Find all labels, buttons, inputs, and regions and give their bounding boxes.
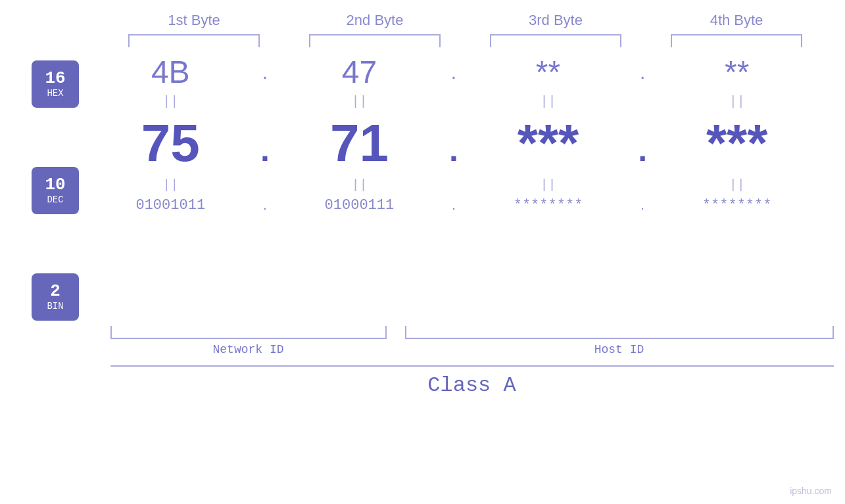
top-bracket-row	[104, 34, 827, 47]
byte-headers: 1st Byte 2nd Byte 3rd Byte 4th Byte	[104, 0, 827, 29]
dec-b3-cell: ***	[476, 113, 621, 173]
bracket-b3	[490, 34, 621, 47]
hex-dot1: .	[255, 61, 275, 83]
dec-b1-value: 75	[141, 114, 200, 172]
bottom-bracket-network	[110, 326, 387, 339]
class-label: Class A	[427, 373, 516, 398]
bin-b2-value: 01000111	[325, 197, 395, 214]
dec-b2-value: 71	[330, 114, 389, 172]
bracket-b1	[128, 34, 260, 47]
bin-dot2: .	[444, 196, 464, 214]
left-badges: 16 HEX 10 DEC 2 BIN	[32, 60, 79, 321]
hex-b2-value: 47	[342, 55, 377, 89]
dec-dot2: .	[444, 131, 464, 169]
id-labels-row: Network ID Host ID	[110, 343, 834, 356]
hex-b1-value: 4B	[151, 55, 190, 89]
dec-b1-cell: 75	[98, 113, 243, 173]
bin-badge-label: BIN	[47, 301, 63, 311]
hex-badge: 16 HEX	[32, 60, 79, 108]
values-grid: 4B . 47 . ** . ** || ||	[92, 54, 845, 214]
dec-b2-cell: 71	[287, 113, 431, 173]
network-id-label: Network ID	[110, 343, 387, 356]
eq2-b3: ||	[476, 177, 621, 193]
hex-b4-value: **	[725, 55, 749, 89]
hex-b2-cell: 47	[287, 54, 431, 90]
bin-b1-cell: 01001011	[98, 197, 243, 214]
main-container: 1st Byte 2nd Byte 3rd Byte 4th Byte 16 H…	[0, 0, 845, 504]
hex-row: 4B . 47 . ** . **	[92, 54, 815, 90]
eq1-b3: ||	[476, 94, 621, 109]
bin-b4-cell: ********	[665, 197, 809, 214]
bottom-bracket-container	[110, 326, 834, 339]
bracket-b4	[671, 34, 802, 47]
bin-badge: 2 BIN	[32, 273, 79, 321]
eq1-b1: ||	[98, 94, 243, 109]
dec-row: 75 . 71 . *** . ***	[92, 113, 815, 173]
dec-dot1: .	[255, 131, 275, 169]
hex-dot3: .	[633, 61, 652, 83]
hex-b3-value: **	[536, 55, 560, 89]
eq1-b2: ||	[287, 94, 431, 109]
eq1-b4: ||	[665, 94, 809, 109]
hex-dot2: .	[444, 61, 464, 83]
hex-badge-label: HEX	[47, 88, 63, 99]
eq2-b4: ||	[665, 177, 809, 193]
dec-b4-cell: ***	[665, 113, 809, 173]
class-label-container: Class A	[110, 373, 834, 398]
dec-b4-value: ***	[706, 114, 767, 172]
dec-dot3: .	[633, 131, 652, 169]
bin-b4-value: ********	[702, 197, 772, 214]
equals-row-1: || || || ||	[92, 94, 815, 109]
dec-b3-value: ***	[518, 114, 579, 172]
bin-badge-num: 2	[50, 283, 60, 300]
watermark: ipshu.com	[790, 486, 832, 496]
eq2-b2: ||	[287, 177, 431, 193]
bin-dot1: .	[255, 196, 275, 214]
hex-b1-cell: 4B	[98, 54, 243, 90]
bracket-gap	[387, 326, 405, 339]
bin-row: 01001011 . 01000111 . ******** . *******…	[92, 196, 815, 214]
bin-b3-cell: ********	[476, 197, 621, 214]
byte1-header: 1st Byte	[122, 12, 266, 29]
bin-b1-value: 01001011	[135, 197, 205, 214]
dec-badge-label: DEC	[47, 195, 63, 205]
bottom-bracket-host	[405, 326, 834, 339]
content-area: 16 HEX 10 DEC 2 BIN 4B . 47	[0, 54, 845, 321]
bin-b3-value: ********	[514, 197, 583, 214]
bin-b2-cell: 01000111	[287, 197, 431, 214]
host-id-label: Host ID	[405, 343, 834, 356]
hex-b4-cell: **	[665, 54, 809, 90]
hex-badge-num: 16	[45, 70, 65, 87]
dec-badge: 10 DEC	[32, 167, 79, 214]
bin-dot3: .	[633, 196, 652, 214]
bracket-b2	[309, 34, 441, 47]
byte3-header: 3rd Byte	[483, 12, 628, 29]
dec-badge-num: 10	[45, 176, 65, 193]
byte2-header: 2nd Byte	[302, 12, 447, 29]
hex-b3-cell: **	[476, 54, 621, 90]
eq2-b1: ||	[98, 177, 243, 193]
equals-row-2: || || || ||	[92, 177, 815, 193]
byte4-header: 4th Byte	[664, 12, 809, 29]
labels-gap	[387, 343, 405, 356]
class-bracket	[110, 365, 834, 367]
